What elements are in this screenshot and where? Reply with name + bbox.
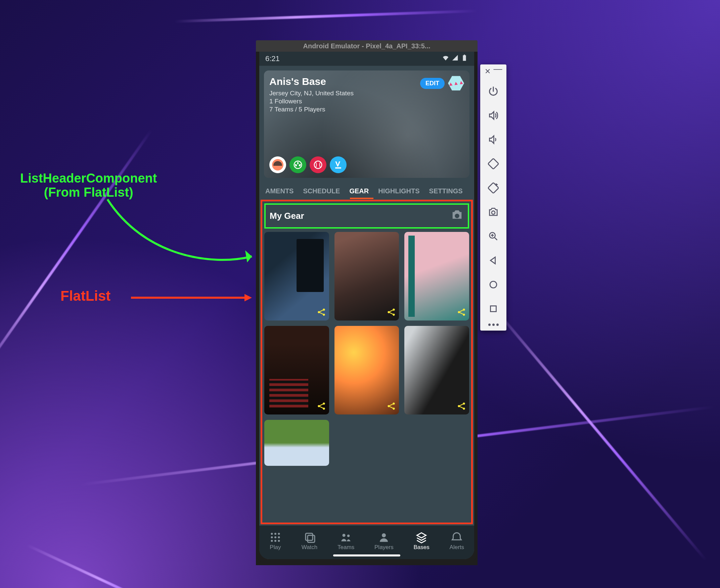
nav-teams[interactable]: Teams	[337, 531, 354, 551]
sport-hockey-icon[interactable]	[330, 156, 347, 173]
battery-icon	[461, 54, 468, 63]
panel-minimize-icon[interactable]: —	[494, 67, 502, 76]
emulator-side-panel: ✕ —	[480, 64, 507, 331]
sport-soccer-icon[interactable]	[289, 156, 306, 173]
profile-followers: 1 Followers	[269, 97, 464, 105]
back-triangle-icon[interactable]	[480, 248, 507, 273]
svg-point-23	[271, 536, 273, 538]
share-icon[interactable]	[456, 307, 467, 318]
svg-rect-29	[306, 533, 313, 540]
svg-point-25	[278, 536, 280, 538]
profile-card: Anis's Base Jersey City, NJ, United Stat…	[264, 70, 470, 178]
home-circle-icon[interactable]	[480, 273, 507, 297]
svg-point-28	[278, 540, 280, 542]
gear-item[interactable]	[334, 326, 399, 415]
list-header-title: My Gear	[270, 211, 304, 221]
gear-item[interactable]	[334, 232, 399, 320]
camera-screenshot-icon[interactable]	[480, 200, 507, 224]
tab-tournaments[interactable]: AMENTS	[261, 183, 298, 199]
nav-alerts[interactable]: Alerts	[450, 531, 464, 551]
device-screen: 6:21 Anis's Base Jersey City, NJ, United…	[259, 52, 474, 559]
svg-point-20	[271, 533, 273, 535]
profile-teams-players: 7 Teams / 5 Players	[269, 105, 464, 113]
emulator-titlebar: Android Emulator - Pixel_4a_API_33:5...	[256, 40, 477, 52]
share-icon[interactable]	[456, 401, 467, 413]
annotation-arrow-red	[131, 294, 252, 301]
svg-point-22	[278, 533, 280, 535]
flatlist-region: My Gear	[261, 200, 473, 524]
nav-watch[interactable]: Watch	[302, 531, 318, 551]
svg-rect-34	[488, 159, 499, 169]
tab-schedule[interactable]: SCHEDULE	[298, 183, 345, 199]
home-indicator[interactable]	[333, 554, 400, 556]
emulator-window: Android Emulator - Pixel_4a_API_33:5... …	[256, 40, 477, 565]
annotation-arrow-green	[84, 196, 269, 276]
svg-rect-39	[491, 306, 496, 312]
avatar-icon[interactable]	[269, 156, 286, 173]
share-icon[interactable]	[316, 307, 326, 318]
status-bar: 6:21	[259, 52, 474, 66]
tab-gear[interactable]: GEAR	[345, 183, 373, 199]
gear-item[interactable]	[264, 232, 329, 320]
svg-point-27	[274, 540, 276, 542]
device-frame: 6:21 Anis's Base Jersey City, NJ, United…	[256, 52, 477, 565]
zoom-icon[interactable]	[480, 224, 507, 248]
share-icon[interactable]	[316, 401, 326, 413]
gear-grid[interactable]	[262, 231, 471, 523]
svg-point-33	[382, 533, 386, 537]
nav-play[interactable]: Play	[269, 531, 282, 551]
svg-point-32	[347, 534, 350, 537]
nav-bases[interactable]: Bases	[414, 531, 430, 551]
gear-item[interactable]	[404, 326, 469, 415]
profile-tabs: AMENTS SCHEDULE GEAR HIGHLIGHTS SETTINGS	[259, 181, 474, 199]
overview-square-icon[interactable]	[480, 297, 507, 321]
nav-players[interactable]: Players	[374, 531, 394, 551]
panel-close-icon[interactable]: ✕	[485, 67, 491, 76]
svg-point-31	[343, 534, 346, 537]
wifi-icon	[442, 54, 449, 63]
sport-baseball-icon[interactable]	[310, 156, 326, 173]
gear-item[interactable]	[404, 232, 469, 320]
signal-icon	[451, 54, 459, 63]
power-icon[interactable]	[480, 79, 507, 103]
annotation-listheader: ListHeaderComponent (From FlatList)	[20, 171, 157, 200]
svg-point-38	[490, 281, 497, 288]
bottom-tab-bar: Play Watch Teams Players Bases Alerts	[259, 526, 474, 559]
share-icon[interactable]	[386, 401, 396, 413]
base-hexagon-icon[interactable]: ▲▲▲	[448, 75, 464, 91]
tab-highlights[interactable]: HIGHLIGHTS	[373, 183, 424, 199]
annotation-flatlist: FlatList	[60, 288, 110, 304]
volume-down-icon[interactable]	[480, 128, 507, 152]
share-icon[interactable]	[386, 307, 396, 318]
svg-rect-30	[308, 535, 315, 542]
volume-up-icon[interactable]	[480, 103, 507, 128]
camera-icon[interactable]	[450, 208, 464, 224]
tab-settings[interactable]: SETTINGS	[425, 183, 468, 199]
edit-button[interactable]: EDIT	[420, 78, 445, 89]
status-time: 6:21	[265, 55, 280, 63]
gear-item[interactable]	[264, 326, 329, 415]
svg-point-36	[492, 211, 495, 214]
svg-point-21	[274, 533, 276, 535]
svg-point-24	[274, 536, 276, 538]
rotate-left-icon[interactable]	[480, 152, 507, 176]
rotate-right-icon[interactable]	[480, 176, 507, 200]
gear-item[interactable]	[264, 420, 329, 466]
list-header-component: My Gear	[264, 203, 469, 229]
svg-point-26	[271, 540, 273, 542]
tab-underline	[350, 198, 373, 199]
more-icon[interactable]	[488, 323, 499, 326]
